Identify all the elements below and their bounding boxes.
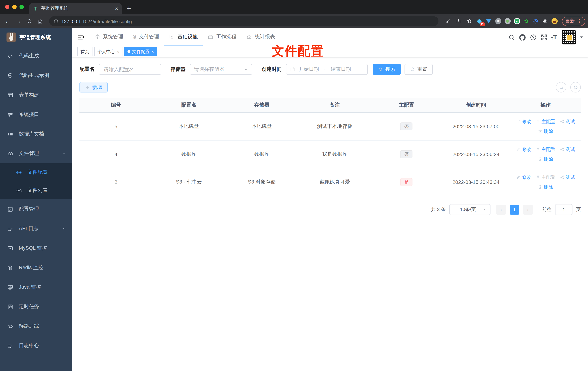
filter-time-label: 创建时间: [262, 66, 282, 73]
sidebar-item-form-builder[interactable]: 表单构建: [0, 85, 72, 105]
sidebar-item-file-config[interactable]: 文件配置: [0, 163, 72, 181]
current-page-button[interactable]: 1: [510, 205, 519, 214]
edit-action[interactable]: 修改: [516, 174, 531, 180]
sidebar-item-tracing[interactable]: 链路追踪: [0, 317, 72, 336]
font-size-icon[interactable]: TT: [551, 34, 557, 40]
extension-emoji-button[interactable]: [550, 17, 558, 25]
bookmark-star-button[interactable]: [464, 16, 474, 26]
tag-home[interactable]: 首页: [77, 47, 93, 56]
nav-item-workflow[interactable]: 工作流程: [203, 28, 242, 46]
edit-action[interactable]: 修改: [516, 118, 531, 125]
zoom-window-button[interactable]: [20, 5, 24, 9]
config-name-input-field[interactable]: [103, 66, 157, 73]
sidebar-item-file-management[interactable]: 文件管理: [0, 144, 72, 163]
date-range-picker[interactable]: 开始日期 - 结束日期: [286, 64, 368, 75]
sidebar-item-db-doc[interactable]: 数据库文档: [0, 124, 72, 144]
search-icon[interactable]: [508, 33, 515, 41]
forward-button[interactable]: →: [14, 16, 23, 26]
sidebar-fold-button[interactable]: [77, 34, 84, 41]
add-button[interactable]: 新增: [79, 82, 108, 93]
sidebar-logo[interactable]: 芋道管理系统: [0, 28, 72, 46]
minimize-window-button[interactable]: [12, 5, 17, 9]
sidebar-item-scheduled-tasks[interactable]: 定时任务: [0, 297, 72, 317]
caret-down-icon[interactable]: [580, 36, 583, 39]
sidebar-item-file-list[interactable]: 文件列表: [0, 181, 72, 199]
tab-favicon-plant-icon: [33, 6, 38, 11]
browser-tab[interactable]: 芋道管理系统 ×: [29, 3, 122, 14]
goto-page-input[interactable]: [555, 204, 572, 215]
storage-select[interactable]: 请选择存储器: [190, 64, 252, 75]
tag-label: 文件配置: [132, 49, 149, 55]
timer-icon: [7, 304, 13, 310]
refresh-table-button[interactable]: [570, 82, 581, 93]
sidebar-item-system-api[interactable]: 系统接口: [0, 105, 72, 124]
sidebar-item-redis-monitor[interactable]: Redis 监控: [0, 258, 72, 277]
test-action[interactable]: 测试: [560, 118, 575, 125]
delete-action[interactable]: 删除: [538, 184, 553, 190]
sidebar-item-label: 文件管理: [19, 150, 57, 157]
delete-action[interactable]: 删除: [538, 156, 553, 162]
site-info-icon[interactable]: [53, 19, 59, 24]
help-icon[interactable]: [529, 33, 537, 41]
page-content: 配置名 存储器 请选择存储器 创建时间 开始日期 - 结束日期: [72, 57, 588, 215]
sidebar-item-label: 链路追踪: [19, 323, 69, 329]
cell-actions: 修改 主配置 测试 删除: [510, 118, 581, 135]
page-size-select[interactable]: 10条/页: [449, 204, 491, 215]
config-name-input[interactable]: [99, 64, 161, 75]
back-button[interactable]: ←: [3, 16, 12, 26]
test-action[interactable]: 测试: [560, 146, 575, 153]
home-button[interactable]: [35, 16, 45, 26]
sidebar-item-code-gen-example[interactable]: 代码生成示例: [0, 66, 72, 85]
next-page-button[interactable]: ›: [523, 205, 533, 214]
extension-gem-button[interactable]: [485, 17, 493, 25]
extension-eye-button[interactable]: [532, 17, 540, 25]
sidebar-item-code-generation[interactable]: 代码生成: [0, 46, 72, 66]
extension-y-button[interactable]: y: [513, 17, 521, 25]
tag-profile[interactable]: 个人中心 ×: [94, 47, 122, 56]
sidebar-item-java-monitor[interactable]: Java 监控: [0, 277, 72, 297]
browser-update-button[interactable]: 更新 ⋮: [562, 16, 585, 26]
sidebar-item-mysql-monitor[interactable]: MySQL 监控: [0, 238, 72, 258]
start-date-placeholder: 开始日期: [299, 66, 319, 73]
storage-select-placeholder: 请选择存储器: [194, 66, 224, 73]
extension-star-button[interactable]: [522, 17, 530, 25]
nav-item-system[interactable]: 系统管理: [90, 28, 128, 46]
nav-item-infrastructure[interactable]: 基础设施: [164, 28, 203, 46]
search-button[interactable]: 搜索: [373, 64, 401, 75]
layers-icon: [7, 265, 13, 271]
sidebar-item-config-management[interactable]: 配置管理: [0, 199, 72, 219]
tag-close-icon[interactable]: ×: [117, 49, 119, 54]
test-action[interactable]: 测试: [560, 174, 575, 180]
extension-dot-button[interactable]: [504, 17, 511, 25]
password-key-button[interactable]: [443, 16, 452, 26]
sidebar-item-api-log[interactable]: API 日志: [0, 219, 72, 238]
browser-menu-icon[interactable]: ⋮: [577, 18, 581, 24]
address-bar[interactable]: 127.0.0.1:1024/infra/file/file-config: [49, 16, 439, 26]
extension-badge: 11: [480, 22, 485, 26]
sidebar-item-log-center[interactable]: 日志中心: [0, 336, 72, 355]
tag-close-icon[interactable]: ×: [151, 49, 154, 54]
sidebar-item-label: 文件列表: [27, 187, 69, 194]
reset-button[interactable]: 重置: [405, 64, 433, 75]
fullscreen-icon[interactable]: [540, 33, 548, 41]
master-action[interactable]: 主配置: [536, 146, 556, 153]
toggle-search-button[interactable]: [556, 82, 566, 93]
github-icon[interactable]: [518, 33, 526, 41]
extension-notes-button[interactable]: 11: [475, 17, 483, 25]
close-window-button[interactable]: [5, 5, 9, 9]
url-host: 127.0.0.1: [61, 19, 81, 24]
share-button[interactable]: [454, 16, 463, 26]
delete-action[interactable]: 删除: [538, 128, 553, 135]
prev-page-button[interactable]: ‹: [496, 205, 506, 214]
new-tab-button[interactable]: +: [127, 4, 131, 13]
pencil-icon: [516, 119, 521, 124]
reload-button[interactable]: [25, 16, 34, 26]
extensions-puzzle-button[interactable]: [541, 17, 549, 25]
extension-command-button[interactable]: ⌘: [494, 17, 502, 25]
nav-item-payment[interactable]: ¥ 支付管理: [128, 28, 164, 46]
tag-file-config[interactable]: 文件配置 ×: [124, 47, 157, 56]
edit-action[interactable]: 修改: [516, 146, 531, 153]
master-action[interactable]: 主配置: [536, 118, 556, 125]
tab-close-icon[interactable]: ×: [115, 6, 118, 11]
user-avatar[interactable]: [562, 30, 576, 44]
